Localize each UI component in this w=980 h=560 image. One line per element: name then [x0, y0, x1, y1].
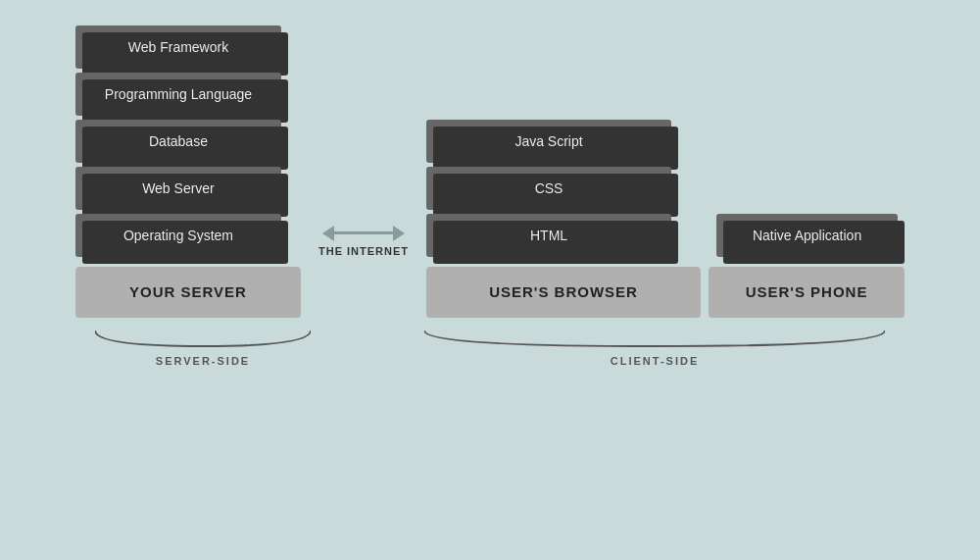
- web-server-card: Web Server: [75, 167, 281, 210]
- browser-platform-label: USER'S BROWSER: [489, 283, 638, 300]
- server-layer-4: Web Server: [75, 167, 281, 210]
- diagram-container: Web Framework Programming Language Datab…: [20, 16, 960, 545]
- bottom-labels-row: SERVER-SIDE CLIENT-SIDE: [20, 326, 960, 367]
- server-side-section: SERVER-SIDE: [85, 326, 320, 367]
- browser-layer-1: Java Script: [426, 120, 671, 163]
- native-app-card: Native Application: [716, 214, 898, 257]
- server-platform: YOUR SERVER: [75, 267, 301, 318]
- browser-section: Java Script CSS HTML USER'S BROWSER: [426, 120, 701, 318]
- arrow-left-head: [322, 226, 334, 241]
- internet-section: THE INTERNET: [318, 226, 409, 318]
- arrow-line: [334, 231, 393, 234]
- server-brace: [95, 326, 311, 353]
- server-layer-5: Operating System: [75, 214, 281, 257]
- html-card: HTML: [426, 214, 671, 257]
- server-side-label: SERVER-SIDE: [156, 355, 250, 367]
- javascript-card: Java Script: [426, 120, 671, 163]
- css-card: CSS: [426, 167, 671, 210]
- client-group: Java Script CSS HTML USER'S BROWSER: [426, 120, 905, 318]
- phone-platform-label: USER'S PHONE: [746, 283, 868, 300]
- database-card: Database: [75, 120, 281, 163]
- phone-platform: USER'S PHONE: [709, 267, 905, 318]
- client-side-section: CLIENT-SIDE: [415, 326, 895, 367]
- server-platform-label: YOUR SERVER: [129, 283, 247, 300]
- server-layer-2: Programming Language: [75, 73, 281, 116]
- brace-spacer: [320, 326, 415, 367]
- phone-section: Native Application USER'S PHONE: [709, 214, 905, 318]
- browser-layers: Java Script CSS HTML: [426, 120, 671, 261]
- client-side-label: CLIENT-SIDE: [611, 355, 699, 367]
- internet-label: THE INTERNET: [318, 245, 409, 257]
- phone-layer-1: Native Application: [709, 214, 898, 257]
- programming-language-card: Programming Language: [75, 73, 281, 116]
- browser-layer-2: CSS: [426, 167, 671, 210]
- phone-layers: Native Application: [709, 214, 898, 261]
- browser-platform: USER'S BROWSER: [426, 267, 701, 318]
- web-framework-card: Web Framework: [75, 25, 281, 69]
- server-layers: Web Framework Programming Language Datab…: [75, 25, 281, 261]
- main-row: Web Framework Programming Language Datab…: [20, 16, 960, 318]
- server-layer-1: Web Framework: [75, 25, 281, 69]
- arrow-right-head: [393, 226, 405, 241]
- os-card: Operating System: [75, 214, 281, 257]
- browser-layer-3: HTML: [426, 214, 671, 257]
- client-brace: [424, 326, 885, 353]
- internet-arrow: [322, 226, 405, 241]
- server-section: Web Framework Programming Language Datab…: [75, 25, 301, 318]
- server-layer-3: Database: [75, 120, 281, 163]
